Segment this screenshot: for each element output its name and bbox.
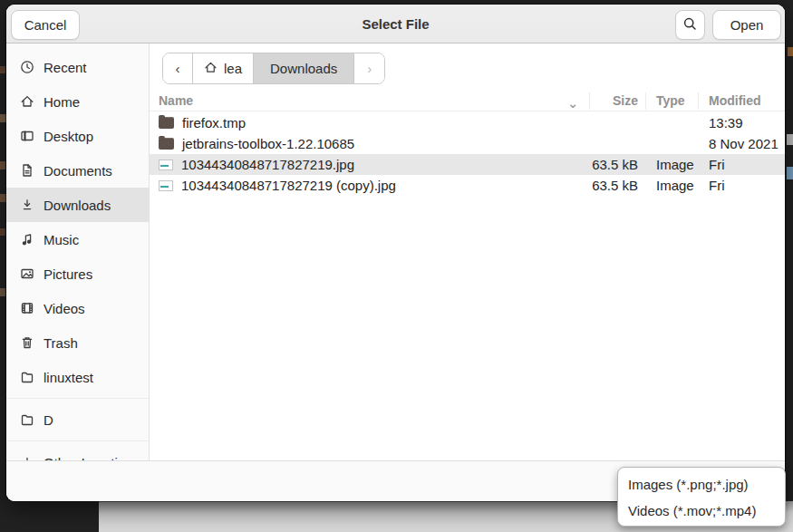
image-thumbnail-icon: [159, 160, 173, 170]
file-name: 10344340848717827219 (copy).jpg: [181, 178, 396, 193]
file-row-jetbrains-toolbox[interactable]: jetbrains-toolbox-1.22.10685 8 Nov 2021: [150, 133, 785, 154]
folder-icon: [20, 412, 34, 427]
music-note-icon: [20, 232, 34, 247]
dialog-content: Recent Home Desktop Documents: [6, 44, 785, 460]
file-name: jetbrains-toolbox-1.22.10685: [182, 136, 354, 151]
background-artifact: [0, 114, 6, 122]
search-button[interactable]: [675, 10, 705, 40]
file-filter-menu: Images (*.png;*.jpg) Videos (*.mov;*.mp4…: [617, 467, 786, 527]
sidebar-item-trash[interactable]: Trash: [6, 325, 149, 360]
file-row-firefox-tmp[interactable]: firefox.tmp 13:39: [150, 112, 785, 133]
sidebar-item-label: linuxtest: [44, 370, 93, 385]
search-icon: [682, 16, 698, 34]
path-segment-downloads[interactable]: Downloads: [254, 53, 354, 83]
sidebar-item-label: Desktop: [44, 129, 93, 144]
sidebar-item-label: Trash: [44, 335, 78, 351]
file-pane: ‹ lea Downloads › Name ⌄: [150, 44, 785, 460]
folder-icon: [159, 138, 174, 150]
background-artifact: [788, 47, 793, 56]
column-header-size[interactable]: Size: [589, 93, 645, 108]
column-header-modified[interactable]: Modified: [698, 93, 785, 108]
header-bar: Cancel Select File Open: [6, 5, 785, 44]
file-name: firefox.tmp: [182, 115, 246, 131]
column-separator: [698, 92, 699, 110]
background-artifact: [0, 161, 5, 169]
sidebar-item-recent[interactable]: Recent: [6, 50, 149, 84]
places-sidebar: Recent Home Desktop Documents: [6, 44, 150, 460]
home-icon: [204, 61, 218, 77]
file-chooser-dialog: Cancel Select File Open Recent: [6, 5, 785, 501]
file-modified: 8 Nov 2021: [698, 136, 785, 151]
sidebar-item-home[interactable]: Home: [6, 84, 149, 119]
sidebar-item-desktop[interactable]: Desktop: [6, 119, 149, 153]
chevron-left-icon: ‹: [176, 61, 180, 76]
dialog-title: Select File: [6, 16, 785, 32]
background-artifact: [0, 194, 6, 202]
file-modified: Fri: [698, 157, 785, 172]
file-name: 10344340848717827219.jpg: [181, 157, 354, 172]
picture-icon: [20, 266, 34, 281]
path-forward-button[interactable]: ›: [354, 53, 384, 83]
file-size: 63.5 kB: [589, 178, 645, 193]
background-artifact: [0, 228, 5, 236]
open-button[interactable]: Open: [712, 10, 781, 40]
list-column-headers: Name ⌄ Size Type Modified: [150, 91, 785, 111]
sidebar-item-label: Downloads: [44, 198, 111, 213]
sidebar-item-label: Documents: [44, 163, 112, 179]
file-size: 63.5 kB: [589, 157, 645, 172]
sort-chevron-down-icon: ⌄: [567, 96, 578, 111]
column-separator: [645, 92, 646, 110]
sidebar-separator: [6, 440, 149, 441]
sidebar-item-label: Videos: [44, 301, 85, 316]
sidebar-item-linuxtest[interactable]: linuxtest: [6, 360, 149, 394]
document-icon: [20, 163, 34, 178]
sidebar-item-d[interactable]: D: [6, 402, 149, 437]
file-modified: Fri: [698, 178, 785, 193]
background-artifact: [787, 167, 793, 179]
column-separator: [589, 92, 590, 110]
path-segment-home[interactable]: lea: [193, 53, 254, 83]
path-segment-label: lea: [224, 61, 242, 76]
file-row-jpg-selected[interactable]: 10344340848717827219.jpg 63.5 kB Image F…: [150, 154, 785, 175]
clock-icon: [20, 60, 34, 74]
file-type: Image: [645, 157, 698, 172]
sidebar-item-pictures[interactable]: Pictures: [6, 256, 149, 291]
sidebar-item-videos[interactable]: Videos: [6, 291, 149, 325]
sidebar-item-label: Home: [44, 94, 80, 110]
sidebar-item-label: D: [44, 412, 53, 428]
background-artifact: [0, 66, 5, 73]
background-artifact: [0, 288, 5, 296]
sidebar-item-label: Music: [44, 232, 79, 247]
column-header-type[interactable]: Type: [645, 93, 698, 108]
path-bar: ‹ lea Downloads ›: [162, 53, 385, 84]
film-icon: [20, 301, 34, 315]
file-modified: 13:39: [698, 115, 785, 131]
sidebar-item-label: Recent: [44, 60, 87, 75]
desktop-icon: [20, 129, 34, 143]
sidebar-item-downloads[interactable]: Downloads: [6, 188, 149, 222]
path-back-button[interactable]: ‹: [163, 53, 193, 83]
image-thumbnail-icon: [159, 180, 173, 191]
chevron-right-icon: ›: [367, 61, 372, 76]
file-row-jpg-copy[interactable]: 10344340848717827219 (copy).jpg 63.5 kB …: [150, 175, 785, 196]
filter-option-images[interactable]: Images (*.png;*.jpg): [618, 471, 785, 498]
file-list: firefox.tmp 13:39 jetbrains-toolbox-1.22…: [150, 112, 785, 196]
sidebar-item-music[interactable]: Music: [6, 222, 149, 256]
sidebar-item-label: Pictures: [44, 266, 92, 282]
home-icon: [20, 94, 34, 109]
sidebar-separator: [6, 398, 149, 399]
sidebar-item-other-locations[interactable]: Other Locations: [6, 445, 149, 460]
folder-icon: [159, 117, 174, 129]
file-type: Image: [645, 178, 698, 193]
download-icon: [20, 198, 34, 212]
filter-option-videos[interactable]: Videos (*.mov;*.mp4): [618, 498, 785, 524]
folder-icon: [20, 370, 34, 384]
column-header-name[interactable]: Name ⌄: [150, 93, 589, 108]
trash-icon: [20, 335, 34, 350]
column-header-label: Name: [159, 93, 193, 108]
background-artifact: [787, 134, 793, 145]
sidebar-item-documents[interactable]: Documents: [6, 153, 149, 188]
